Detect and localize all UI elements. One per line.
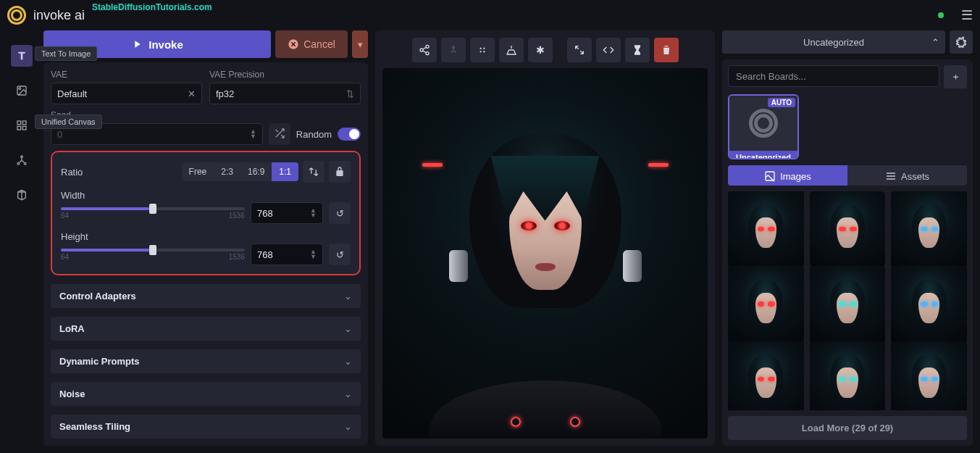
ratio-label: Ratio <box>61 167 177 178</box>
height-max: 1536 <box>229 253 245 261</box>
gallery-thumb[interactable] <box>810 191 886 267</box>
accordion-noise[interactable]: Noise⌄ <box>51 382 361 406</box>
cancel-dropdown[interactable]: ▾ <box>352 30 368 58</box>
auto-badge: AUTO <box>768 98 795 107</box>
cancel-button[interactable]: Cancel <box>275 30 348 58</box>
board-dropdown[interactable]: Uncategorized ⌃ <box>722 30 945 54</box>
use-prompt-button[interactable] <box>470 38 495 62</box>
accordion-seamless-tiling[interactable]: Seamless Tiling⌄ <box>51 415 361 439</box>
gallery-thumb[interactable] <box>891 341 967 410</box>
rail-text-to-image[interactable] <box>11 45 33 67</box>
dimensions-section: Ratio Free 2:3 16:9 1:1 Width <box>51 151 361 275</box>
height-label: Height <box>61 231 351 242</box>
seed-value: 0 <box>57 129 62 140</box>
svg-rect-5 <box>22 126 26 130</box>
chevron-down-icon: ⌄ <box>344 421 352 432</box>
gallery-thumb[interactable] <box>728 266 804 342</box>
gallery-thumb[interactable] <box>728 191 804 267</box>
stepper-icon[interactable]: ▲▼ <box>310 249 317 259</box>
width-input[interactable]: 768 ▲▼ <box>251 202 323 224</box>
tab-assets-label: Assets <box>901 171 929 182</box>
accordion-dynamic-prompts[interactable]: Dynamic Prompts⌄ <box>51 349 361 373</box>
svg-point-1 <box>19 88 21 90</box>
stepper-icon[interactable]: ▲▼ <box>310 208 317 218</box>
app-logo <box>7 6 26 25</box>
search-boards-input[interactable]: Search Boards... <box>728 65 939 87</box>
status-indicator <box>938 12 944 18</box>
app-title: invoke ai <box>33 8 85 23</box>
ratio-169[interactable]: 16:9 <box>240 162 272 181</box>
canvas-image[interactable] <box>382 68 708 439</box>
swap-dims-button[interactable] <box>303 161 324 183</box>
board-card-label: Uncategorized <box>729 151 797 159</box>
rail-tooltip: Unified Canvas <box>35 115 102 129</box>
menu-icon[interactable]: ☰ <box>961 7 973 23</box>
share-button[interactable] <box>412 38 437 62</box>
clear-icon[interactable]: ✕ <box>188 88 196 99</box>
progress-button[interactable] <box>625 38 650 62</box>
use-seed-button[interactable] <box>499 38 524 62</box>
tab-assets[interactable]: Assets <box>847 165 967 185</box>
vae-precision-select[interactable]: fp32 ⇅ <box>209 83 361 104</box>
gallery-thumb[interactable] <box>891 191 967 267</box>
width-reset[interactable]: ↺ <box>329 202 351 224</box>
stepper-icon[interactable]: ▲▼ <box>250 129 256 139</box>
svg-point-12 <box>426 52 429 55</box>
lock-ratio-button[interactable] <box>329 161 351 183</box>
rail-unified-canvas[interactable] <box>11 115 33 136</box>
load-more-button[interactable]: Load More (29 of 29) <box>728 416 967 440</box>
chevron-up-icon: ⌃ <box>931 37 939 48</box>
shuffle-button[interactable] <box>269 123 290 145</box>
invoke-label: Invoke <box>148 38 183 51</box>
height-min: 64 <box>61 253 69 261</box>
accordion-lora[interactable]: LoRA⌄ <box>51 317 361 341</box>
code-button[interactable] <box>596 38 621 62</box>
board-card[interactable]: AUTO Uncategorized <box>728 94 799 159</box>
settings-button[interactable] <box>950 30 973 54</box>
board-placeholder-icon <box>749 109 778 138</box>
ratio-23[interactable]: 2:3 <box>214 162 240 181</box>
width-label: Width <box>61 190 351 201</box>
width-slider[interactable] <box>61 207 245 210</box>
vae-precision-label: VAE Precision <box>209 70 361 80</box>
height-slider[interactable] <box>61 249 245 252</box>
search-placeholder: Search Boards... <box>736 71 806 82</box>
height-input[interactable]: 768 ▲▼ <box>251 244 323 265</box>
send-to-button[interactable] <box>441 38 466 62</box>
ratio-free[interactable]: Free <box>182 162 214 181</box>
delete-button[interactable] <box>654 38 679 62</box>
add-board-button[interactable]: ＋ <box>944 65 967 88</box>
tab-images-label: Images <box>780 171 811 182</box>
svg-point-11 <box>420 49 423 51</box>
chevron-down-icon: ⌄ <box>344 356 352 367</box>
load-more-label: Load More (29 of 29) <box>802 423 893 433</box>
rail-image-to-image[interactable] <box>11 80 33 101</box>
gallery-thumb[interactable] <box>810 266 886 342</box>
rail-model-manager[interactable] <box>11 184 33 206</box>
watermark: StableDiffusionTutorials.com <box>92 2 212 12</box>
svg-rect-3 <box>22 121 26 125</box>
svg-point-6 <box>21 156 23 158</box>
accordion-control-adapters[interactable]: Control Adapters⌄ <box>51 284 361 308</box>
width-value: 768 <box>257 208 273 219</box>
board-dropdown-label: Uncategorized <box>803 37 864 48</box>
random-label: Random <box>296 129 332 140</box>
use-all-button[interactable]: ✱ <box>528 38 553 62</box>
gallery-thumb[interactable] <box>810 341 886 410</box>
width-max: 1536 <box>229 212 245 220</box>
gallery-thumb[interactable] <box>891 266 967 342</box>
vae-select[interactable]: Default ✕ <box>51 83 202 104</box>
ratio-11[interactable]: 1:1 <box>272 162 298 181</box>
random-toggle[interactable] <box>338 128 361 141</box>
svg-rect-4 <box>17 126 21 130</box>
svg-rect-2 <box>17 121 21 125</box>
gallery-thumb[interactable] <box>728 341 804 410</box>
tab-images[interactable]: Images <box>728 165 847 185</box>
chevron-down-icon: ⌄ <box>344 291 352 302</box>
chevron-down-icon: ⌄ <box>344 323 352 334</box>
chevron-icon: ⇅ <box>346 88 354 99</box>
rail-nodes[interactable] <box>11 149 33 171</box>
expand-button[interactable] <box>567 38 592 62</box>
height-reset[interactable]: ↺ <box>329 244 351 265</box>
svg-point-8 <box>24 162 26 165</box>
